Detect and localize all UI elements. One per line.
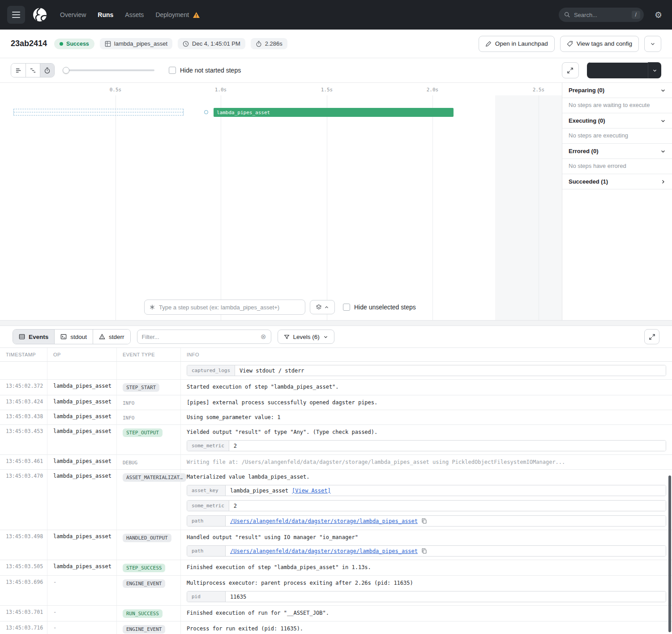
gantt-step-marker-icon: [204, 110, 208, 114]
log-filter-input[interactable]: [142, 334, 257, 340]
path-link[interactable]: /Users/alangenfeld/data/dagster/storage/…: [230, 548, 418, 554]
log-row: 13:45:03.505 lambda_pipes_asset STEP_SUC…: [0, 560, 672, 576]
section-succeeded[interactable]: Succeeded (1): [562, 174, 672, 189]
run-duration-tag: 2.286s: [251, 38, 287, 49]
hide-not-started-label: Hide not started steps: [180, 67, 241, 74]
gantt-step-bar[interactable]: lambda_pipes_asset: [214, 108, 454, 117]
log-row: 13:45:03.424 lambda_pipes_asset INFO [pi…: [0, 395, 672, 410]
path-link[interactable]: /Users/alangenfeld/data/dagster/storage/…: [230, 518, 418, 524]
gantt-fullscreen-button[interactable]: [562, 62, 579, 78]
hide-not-started-checkbox[interactable]: Hide not started steps: [169, 67, 241, 74]
checkbox-icon[interactable]: [343, 304, 350, 311]
nav-runs[interactable]: Runs: [98, 11, 113, 18]
graph-query-toggle-button[interactable]: [310, 300, 335, 314]
section-preparing-body: No steps are waiting to execute: [562, 98, 672, 113]
steps-status-panel: Preparing (0) No steps are waiting to ex…: [562, 83, 672, 320]
menu-icon[interactable]: [7, 6, 25, 24]
log-row: 13:45:03.716 - ENGINE_EVENT Process for …: [0, 621, 672, 634]
log-row: 13:45:03.470 lambda_pipes_asset ASSET_MA…: [0, 470, 672, 530]
op-cell: lambda_pipes_asset: [47, 530, 116, 560]
gridline: [221, 95, 221, 320]
zoom-slider[interactable]: [63, 69, 154, 71]
meta-label: some_metric: [187, 501, 229, 511]
hide-unselected-checkbox[interactable]: Hide unselected steps: [339, 301, 419, 313]
nav-overview[interactable]: Overview: [60, 11, 86, 18]
event-type-badge: STEP_START: [123, 383, 159, 392]
checkbox-icon[interactable]: [169, 67, 176, 74]
search-input[interactable]: [574, 12, 628, 18]
panel-resize-handle[interactable]: [0, 320, 672, 326]
info-cell: Started execution of step "lambda_pipes_…: [180, 380, 672, 395]
info-cell: Finished execution of run for "__ASSET_J…: [180, 606, 672, 621]
waterfall-view-button[interactable]: [26, 64, 40, 77]
log-table-header: TIMESTAMP OP EVENT TYPE INFO: [0, 347, 672, 362]
op-cell: lambda_pipes_asset: [47, 425, 116, 454]
event-type-badge: ENGINE_EVENT: [123, 625, 165, 634]
log-filter-box[interactable]: ⊗: [137, 330, 271, 344]
copy-icon[interactable]: [421, 518, 427, 524]
search-box[interactable]: /: [559, 8, 644, 22]
search-shortcut-key: /: [632, 11, 640, 19]
run-asset-tag[interactable]: lambda_pipes_asset: [100, 38, 172, 49]
levels-dropdown-button[interactable]: Levels (6): [278, 330, 334, 344]
tab-events[interactable]: Events: [13, 330, 54, 344]
timed-view-button[interactable]: [40, 64, 54, 77]
info-cell: Materialized value lambda_pipes_asset.: [187, 473, 666, 481]
timestamp-cell: 13:45:03.438: [0, 410, 47, 424]
info-cell: Multiprocess executor: parent process ex…: [187, 579, 666, 587]
col-timestamp: TIMESTAMP: [0, 348, 47, 361]
nav-deployment-label: Deployment: [155, 11, 189, 18]
step-subset-box[interactable]: [144, 300, 305, 315]
meta-value: 2: [229, 501, 666, 511]
flat-view-button[interactable]: [11, 64, 26, 77]
gridline: [116, 95, 116, 320]
log-row: captured_logs View stdout / stderr: [0, 362, 672, 380]
view-asset-link[interactable]: [View Asset]: [292, 488, 331, 494]
gantt-step-bar-label: lambda_pipes_asset: [217, 110, 270, 116]
run-asset-name: lambda_pipes_asset: [114, 40, 167, 47]
gantt-out-of-range-region: [495, 95, 562, 320]
tab-stdout[interactable]: stdout: [54, 330, 93, 344]
step-subset-input[interactable]: [159, 304, 300, 311]
reexecute-all-button[interactable]: Re-execute all (*): [587, 62, 648, 78]
hide-unselected-label: Hide unselected steps: [354, 304, 416, 311]
chevron-down-icon: [660, 118, 666, 124]
log-scrollbar[interactable]: [668, 476, 671, 632]
reexecute-dropdown-button[interactable]: [648, 62, 661, 78]
timestamp-cell: 13:45:03.498: [0, 530, 47, 560]
nav-deployment[interactable]: Deployment: [155, 11, 200, 18]
section-executing[interactable]: Executing (0): [562, 113, 672, 129]
zoom-slider-track[interactable]: [63, 69, 154, 71]
section-preparing[interactable]: Preparing (0): [562, 83, 672, 98]
open-in-launchpad-button[interactable]: Open in Launchpad: [479, 36, 555, 52]
tab-stderr[interactable]: stderr: [93, 330, 130, 344]
expand-icon: [649, 334, 655, 340]
captured-logs-link[interactable]: View stdout / stderr: [240, 368, 304, 374]
dagster-logo-icon[interactable]: [31, 6, 48, 23]
gear-icon[interactable]: ⚙: [655, 10, 662, 20]
copy-icon[interactable]: [421, 548, 427, 554]
chevron-down-icon: [660, 149, 666, 154]
meta-label: path: [187, 546, 226, 556]
section-errored[interactable]: Errored (0): [562, 144, 672, 159]
timestamp-cell: 13:45:02.372: [0, 380, 47, 395]
waterfall-view-icon: [30, 67, 36, 74]
axis-tick: 0.5s: [110, 87, 122, 93]
timestamp-cell: 13:45:03.470: [0, 470, 47, 530]
gantt-controls: Hide unselected steps: [144, 300, 419, 315]
events-list-icon: [19, 334, 25, 340]
view-tags-config-button[interactable]: View tags and config: [560, 36, 639, 52]
chevron-down-icon: [652, 68, 657, 73]
nav-assets[interactable]: Assets: [125, 11, 144, 18]
status-dot-icon: [60, 42, 63, 46]
tag-icon: [567, 41, 573, 47]
zoom-slider-handle[interactable]: [63, 67, 69, 74]
event-type-badge: HANDLED_OUTPUT: [123, 534, 171, 542]
log-fullscreen-button[interactable]: [644, 329, 659, 344]
op-cell: lambda_pipes_asset: [47, 380, 116, 395]
clear-filter-icon[interactable]: ⊗: [261, 333, 266, 341]
info-cell: Handled output "result" using IO manager…: [187, 533, 666, 541]
op-cell: lambda_pipes_asset: [47, 470, 116, 530]
op-cell: lambda_pipes_asset: [47, 395, 116, 410]
run-actions-dropdown-button[interactable]: [644, 36, 661, 52]
